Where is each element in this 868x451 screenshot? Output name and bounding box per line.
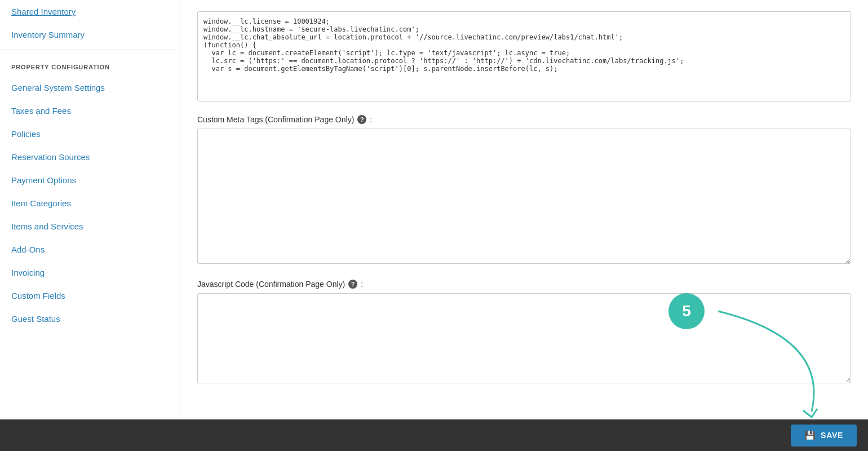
meta-tags-section: Custom Meta Tags (Confirmation Page Only…: [197, 115, 851, 266]
meta-tags-label: Custom Meta Tags (Confirmation Page Only…: [197, 115, 851, 124]
save-button[interactable]: 💾 SAVE: [791, 425, 857, 446]
sidebar-item-inventory-summary[interactable]: Inventory Summary: [0, 23, 180, 46]
javascript-textarea[interactable]: [197, 293, 851, 383]
main-content: window.__lc.license = 10001924; window._…: [180, 0, 868, 451]
sidebar-item-item-categories[interactable]: Item Categories: [0, 192, 180, 215]
save-label: SAVE: [821, 431, 843, 440]
sidebar-item-shared-inventory[interactable]: Shared Inventory: [0, 0, 180, 23]
meta-tags-label-text: Custom Meta Tags (Confirmation Page Only…: [197, 115, 354, 124]
meta-tags-textarea[interactable]: [197, 129, 851, 264]
sidebar-item-reservation-sources[interactable]: Reservation Sources: [0, 145, 180, 169]
sidebar-item-add-ons[interactable]: Add-Ons: [0, 238, 180, 261]
javascript-label-text: Javascript Code (Confirmation Page Only): [197, 280, 345, 289]
sidebar-item-payment-options[interactable]: Payment Options: [0, 169, 180, 192]
sidebar-item-invoicing[interactable]: Invoicing: [0, 261, 180, 284]
sidebar-item-items-and-services[interactable]: Items and Services: [0, 215, 180, 238]
footer-bar: 💾 SAVE: [0, 419, 868, 451]
javascript-colon: :: [361, 280, 363, 289]
javascript-label: Javascript Code (Confirmation Page Only)…: [197, 280, 851, 289]
sidebar-item-guest-status[interactable]: Guest Status: [0, 307, 180, 330]
save-icon: 💾: [804, 430, 816, 441]
step-badge: 5: [668, 293, 705, 329]
property-config-header: PROPERTY CONFIGURATION: [0, 54, 180, 76]
sidebar-item-general-system-settings[interactable]: General System Settings: [0, 76, 180, 99]
sidebar-item-taxes-and-fees[interactable]: Taxes and Fees: [0, 99, 180, 122]
javascript-help-icon[interactable]: ?: [348, 280, 357, 289]
meta-tags-help-icon[interactable]: ?: [357, 115, 366, 124]
sidebar-divider: [0, 50, 180, 50]
sidebar-item-policies[interactable]: Policies: [0, 122, 180, 145]
sidebar: Shared Inventory Inventory Summary PROPE…: [0, 0, 180, 451]
existing-code-block[interactable]: window.__lc.license = 10001924; window._…: [197, 11, 851, 101]
javascript-section: Javascript Code (Confirmation Page Only)…: [197, 280, 851, 386]
sidebar-item-custom-fields[interactable]: Custom Fields: [0, 284, 180, 307]
meta-tags-colon: :: [370, 115, 372, 124]
